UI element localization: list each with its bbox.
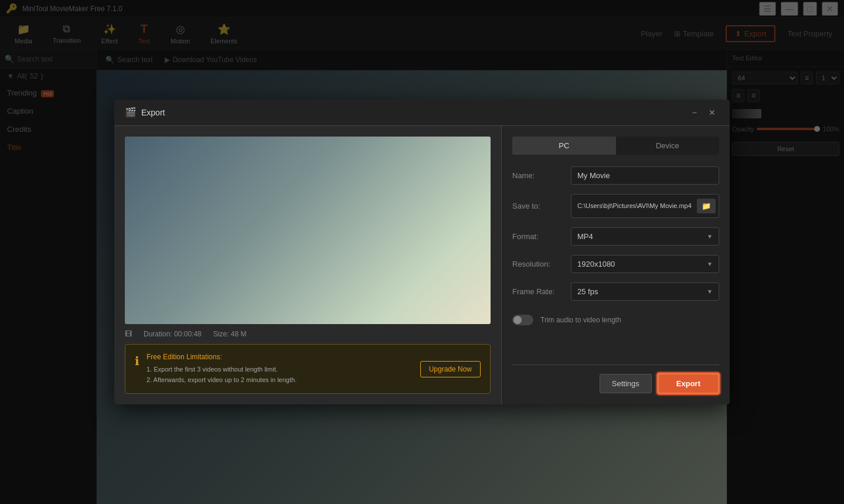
framerate-dropdown-icon: ▼ bbox=[707, 288, 713, 295]
format-row: Format: MP4 ▼ bbox=[512, 227, 719, 246]
trim-audio-row: Trim audio to video length bbox=[512, 315, 719, 325]
modal-body: 🎞 Duration: 00:00:48 Size: 48 M ℹ Free E… bbox=[114, 126, 730, 404]
toggle-knob bbox=[513, 316, 522, 324]
resolution-select[interactable]: 1920x1080 ▼ bbox=[571, 255, 719, 273]
modal-close-btn[interactable]: ✕ bbox=[705, 107, 719, 118]
warning-line2: 2. Afterwards, export video up to 2 minu… bbox=[147, 375, 413, 386]
format-dropdown-icon: ▼ bbox=[707, 233, 713, 240]
preview-video bbox=[125, 137, 491, 324]
format-label: Format: bbox=[512, 232, 571, 241]
trim-audio-toggle[interactable] bbox=[512, 315, 533, 325]
resolution-label: Resolution: bbox=[512, 260, 571, 268]
saveto-row: Save to: C:\Users\bjt\Pictures\AVI\My Mo… bbox=[512, 194, 719, 218]
framerate-value: 25 fps bbox=[577, 287, 598, 296]
export-modal: 🎬 Export − ✕ 🎞 Duration: 00:00:48 Size: … bbox=[114, 100, 730, 404]
framerate-label: Frame Rate: bbox=[512, 287, 571, 296]
name-value: My Movie bbox=[577, 171, 610, 180]
framerate-row: Frame Rate: 25 fps ▼ bbox=[512, 282, 719, 301]
modal-title-area: 🎬 Export bbox=[125, 107, 165, 118]
saveto-label: Save to: bbox=[512, 202, 571, 210]
modal-footer: Settings Export bbox=[512, 365, 719, 394]
settings-button[interactable]: Settings bbox=[600, 374, 652, 393]
name-input[interactable]: My Movie bbox=[571, 166, 719, 185]
modal-logo-icon: 🎬 bbox=[125, 107, 137, 118]
upgrade-now-button[interactable]: Upgrade Now bbox=[420, 361, 481, 377]
warning-content: Free Edition Limitations: 1. Export the … bbox=[147, 353, 413, 385]
resolution-row: Resolution: 1920x1080 ▼ bbox=[512, 255, 719, 273]
film-icon: 🎞 bbox=[125, 330, 132, 338]
size-label: Size: 48 M bbox=[213, 330, 247, 338]
mode-tabs: PC Device bbox=[512, 137, 719, 155]
warning-line1: 1. Export the first 3 videos without len… bbox=[147, 365, 413, 375]
modal-header: 🎬 Export − ✕ bbox=[114, 100, 730, 126]
path-value: C:\Users\bjt\Pictures\AVI\My Movie.mp4 bbox=[577, 202, 694, 209]
warning-title: Free Edition Limitations: bbox=[147, 353, 413, 361]
modal-settings-area: PC Device Name: My Movie Save to: C:\Use… bbox=[501, 126, 730, 404]
modal-overlay: 🎬 Export − ✕ 🎞 Duration: 00:00:48 Size: … bbox=[0, 0, 844, 504]
saveto-path: C:\Users\bjt\Pictures\AVI\My Movie.mp4 📁 bbox=[571, 194, 719, 218]
device-tab[interactable]: Device bbox=[616, 137, 720, 155]
name-label: Name: bbox=[512, 171, 571, 180]
duration-label: Duration: 00:00:48 bbox=[144, 330, 202, 338]
modal-minimize-btn[interactable]: − bbox=[689, 107, 700, 118]
resolution-dropdown-icon: ▼ bbox=[707, 261, 713, 267]
trim-audio-label: Trim audio to video length bbox=[540, 316, 621, 324]
modal-title-label: Export bbox=[141, 108, 165, 117]
warning-icon: ℹ bbox=[135, 354, 139, 385]
modal-preview-area: 🎞 Duration: 00:00:48 Size: 48 M ℹ Free E… bbox=[114, 126, 501, 404]
name-row: Name: My Movie bbox=[512, 166, 719, 185]
export-button-modal[interactable]: Export bbox=[658, 373, 719, 394]
format-select[interactable]: MP4 ▼ bbox=[571, 227, 719, 246]
framerate-select[interactable]: 25 fps ▼ bbox=[571, 282, 719, 301]
preview-info: 🎞 Duration: 00:00:48 Size: 48 M bbox=[125, 330, 491, 338]
folder-browse-btn[interactable]: 📁 bbox=[697, 199, 716, 213]
spacer bbox=[512, 325, 719, 365]
format-value: MP4 bbox=[577, 232, 593, 241]
modal-controls: − ✕ bbox=[689, 107, 719, 118]
warning-box: ℹ Free Edition Limitations: 1. Export th… bbox=[125, 344, 491, 394]
resolution-value: 1920x1080 bbox=[577, 260, 615, 268]
pc-tab[interactable]: PC bbox=[512, 137, 616, 155]
